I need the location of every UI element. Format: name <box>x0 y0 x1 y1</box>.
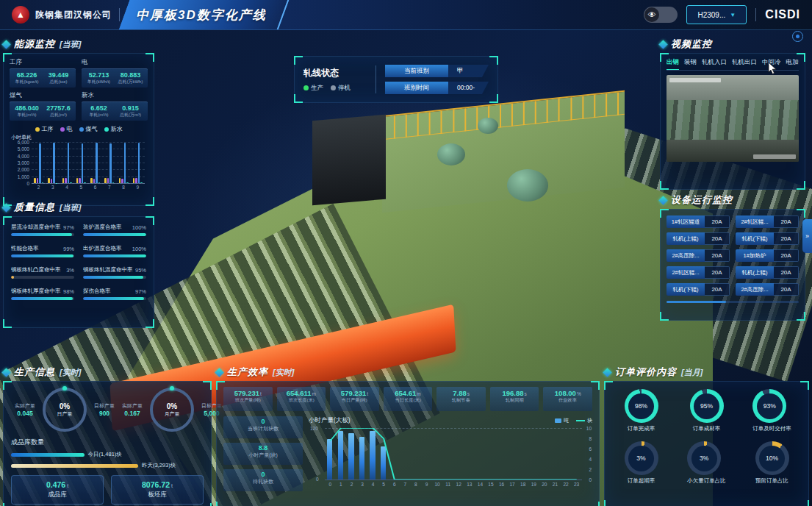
bar <box>56 183 58 184</box>
camera-tabs: 出钢装钢轧机入口轧机出口中间冷电加热 <box>667 58 799 71</box>
gauge-actual-label: 实际产量 <box>11 402 39 410</box>
donut-value: 98% <box>628 393 654 419</box>
quality-label: 钢板终轧温度命中率 <box>83 266 133 274</box>
video-feed[interactable] <box>667 75 799 162</box>
visibility-toggle[interactable]: 👁 <box>644 7 678 23</box>
quality-item: 层流冷却温度命中率97% <box>11 224 74 236</box>
gauge-target-label: 目标产量 <box>90 402 118 410</box>
status-legend-item: 停机 <box>331 84 351 93</box>
storage-value: 8076.72t <box>142 480 173 489</box>
side-stat-value: 0 <box>223 418 303 425</box>
status-legend-item: 生产 <box>303 84 323 93</box>
donut-ring: 3% <box>687 441 721 475</box>
equipment-row: 2#轧区辊...20A <box>736 215 799 228</box>
production-gauges: 实际产量0.0450%日产量目标产量900实际产量0.1670%月产量目标产量5… <box>11 388 204 432</box>
panel-body: 轧线状态 生产停机 当前班别甲班别时间00:00-12:00 <box>294 56 498 103</box>
x-tick-label: 22 <box>561 482 572 487</box>
bar <box>121 179 123 184</box>
equipment-label: 轧机(下辊) <box>667 283 705 296</box>
x-tick-label: 5 <box>378 482 389 487</box>
donut-label: 订单成材率 <box>690 425 724 432</box>
quality-item-header: 钢板终轧厚度命中率98% <box>11 288 74 295</box>
energy-metric: 80.883总耗(万kWh) <box>115 71 146 85</box>
chevron-down-icon: ▼ <box>730 12 736 18</box>
panel-title: 设备运行监控 <box>660 193 805 207</box>
stat-unit: t <box>260 391 262 396</box>
bar <box>68 143 70 183</box>
equipment-value: 20A <box>774 232 799 245</box>
order-evaluation-panel: 订单评价内容 [当月] 98%订单完成率95%订单成材率93%订单及时交付率3%… <box>604 365 809 506</box>
corner-decoration <box>294 94 303 103</box>
bar <box>138 143 140 183</box>
progress-track <box>11 297 74 300</box>
y-tick-label: 3,000 <box>18 160 32 165</box>
panel-body: 出钢装钢轧机入口轧机出口中间冷电加热 <box>660 53 805 190</box>
inventory-bars: 今日(1,481)块昨天(3,293)块 <box>11 451 204 469</box>
gauge-actual: 实际产量0.045 <box>11 402 39 417</box>
corner-decoration <box>145 216 154 225</box>
title-block: 中厚板3D数字化产线 <box>129 0 267 29</box>
metric-label: 单耗(m³/t) <box>85 112 114 118</box>
y-tick-label: 6,000 <box>18 140 32 145</box>
x-tick-label: 8 <box>411 482 422 487</box>
metric-value: 486.040 <box>11 104 43 112</box>
status-legend: 生产停机 <box>303 84 367 93</box>
quality-item: 出炉温度合格率100% <box>83 245 146 257</box>
bar <box>34 178 36 183</box>
energy-section-name: 电 <box>82 58 148 67</box>
bar <box>37 178 39 183</box>
gauge-center-label: 日产量 <box>57 410 73 418</box>
gauge-actual-value: 0.167 <box>118 410 146 417</box>
panel-title-text: 能源监控 <box>14 38 55 51</box>
bar <box>62 178 65 183</box>
stat-label: 轧制周期 <box>492 397 538 404</box>
camera-tab-电加热[interactable]: 电加热 <box>786 58 800 67</box>
camera-tab-轧机出口[interactable]: 轧机出口 <box>732 58 757 67</box>
progress-fill <box>83 297 144 300</box>
metric-value: 27757.6 <box>43 104 74 112</box>
quality-item-header: 层流冷却温度命中率97% <box>11 224 74 231</box>
quality-item: 钢板终轧凸度命中率3% <box>11 266 74 279</box>
quality-item: 装炉温度合格率100% <box>83 224 146 236</box>
camera-tab-装钢[interactable]: 装钢 <box>684 58 697 67</box>
production-gauge: 实际产量0.0450%日产量目标产量900 <box>11 388 118 432</box>
quality-value: 97% <box>63 224 74 231</box>
legend-item: 工序 <box>35 125 54 133</box>
inventory-bar <box>11 453 85 457</box>
equipment-value: 20A <box>774 249 799 262</box>
panel-title-text: 设备运行监控 <box>671 193 733 207</box>
bar <box>93 179 96 183</box>
efficiency-stat-card: 7.88s轧制节奏 <box>436 387 486 411</box>
bar <box>39 143 41 183</box>
metric-value: 80.883 <box>115 71 146 79</box>
scrollbar-thumb[interactable] <box>667 301 726 303</box>
progress-fill <box>11 297 73 300</box>
equipment-label: 2#高压除... <box>667 249 705 262</box>
diamond-icon <box>603 368 612 377</box>
bar <box>119 178 121 183</box>
donut-label: 小欠量订单占比 <box>687 477 726 485</box>
efficiency-stat-card: 108.00%作业效率 <box>543 387 592 411</box>
donut-ring: 10% <box>755 441 789 475</box>
metric-label: 单耗(m³/t) <box>12 112 42 118</box>
app-header: ▲ 陕钢集团汉钢公司 中厚板3D数字化产线 👁 H2309... ▼ CISDI <box>0 0 812 30</box>
equipment-label: 2#高压除... <box>736 283 774 296</box>
camera-tab-出钢[interactable]: 出钢 <box>667 58 679 67</box>
stat-label: 作业效率 <box>545 397 591 404</box>
equipment-label: 轧机(下辊) <box>736 232 774 245</box>
equipment-value: 20A <box>705 232 730 245</box>
y-tick-label: 1,000 <box>18 174 32 179</box>
production-gauge: 实际产量0.1670%月产量目标产量5,000 <box>118 388 226 432</box>
panel-collapse-tab[interactable]: » <box>802 219 812 253</box>
gauge-center-label: 月产量 <box>165 410 180 418</box>
quality-value: 98% <box>63 288 74 295</box>
panel-title-text: 质量信息 <box>14 201 55 214</box>
energy-sections: 工序68.226单耗(kgce/t)39.449总耗(tce)电52.713单耗… <box>10 58 148 121</box>
panel-action-button[interactable] <box>792 31 803 42</box>
scrollbar[interactable] <box>667 301 799 303</box>
side-stat-value: 0 <box>223 471 303 478</box>
camera-tab-轧机入口[interactable]: 轧机入口 <box>702 58 727 67</box>
shift-dropdown[interactable]: H2309... ▼ <box>686 5 747 24</box>
x-tick-label: 20 <box>539 482 550 487</box>
legend-item: 煤气 <box>79 125 98 133</box>
